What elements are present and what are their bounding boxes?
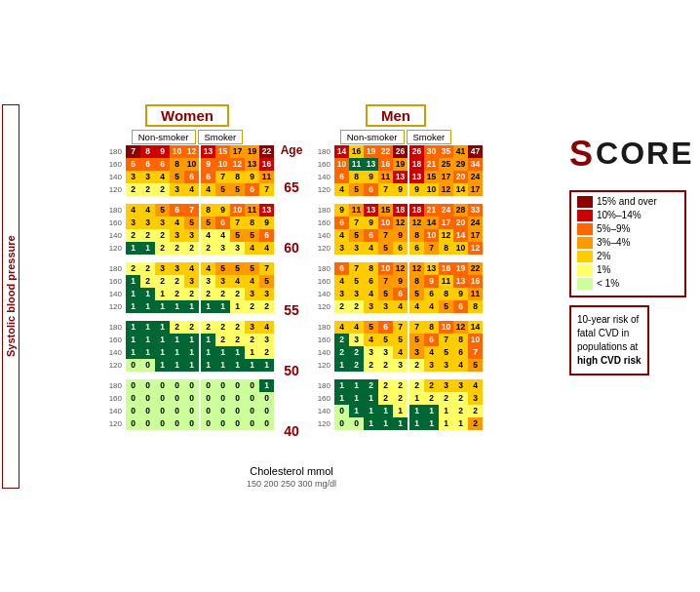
grid-cell: 4: [230, 275, 245, 288]
mini-grid: 22334122231112211112: [409, 379, 483, 430]
grid-cell: 0: [334, 405, 349, 417]
bp-label: 140: [309, 405, 332, 417]
grid-cell: 2: [155, 275, 170, 288]
grid-cell: 1: [245, 359, 259, 372]
bp-label: 180: [309, 321, 332, 334]
grid-cell: 0: [201, 417, 215, 430]
grid-cell: 8: [364, 262, 378, 275]
bp-label: 140: [100, 346, 124, 359]
grid-cell: 7: [349, 262, 364, 275]
grid-cell: 1: [378, 417, 393, 430]
grid-cell: 3: [409, 346, 424, 359]
grid-row: 23344: [201, 242, 274, 255]
grid-cell: 2: [468, 417, 483, 430]
bp-label: 120: [100, 359, 124, 372]
grid-cell: 5: [468, 359, 483, 372]
grid-cell: 3: [439, 379, 453, 392]
men-section: Men Non-smoker Smoker 180160140120141619…: [309, 104, 483, 430]
age-line: 1801601401201122211122011110011122334122…: [309, 379, 483, 430]
age-marker: 40: [280, 401, 303, 461]
grid-row: 00111: [126, 359, 199, 372]
grid-row: 23345: [409, 359, 483, 372]
grid-row: 45679: [334, 275, 408, 288]
men-nonsmoker-header: Non-smoker: [340, 130, 405, 144]
grid-cell: 6: [334, 217, 349, 229]
grid-cell: 6: [334, 171, 349, 183]
grid-cell: 14: [453, 183, 468, 196]
grid-cell: 4: [245, 242, 259, 255]
grid-cell: 6: [378, 321, 393, 334]
grid-cell: 11: [349, 204, 364, 217]
mini-grid: 00000000000000000000: [126, 379, 199, 430]
grid-cell: 3: [126, 217, 140, 229]
grid-cell: 0: [126, 392, 140, 405]
grid-cell: 2: [170, 275, 184, 288]
grid-cell: 6: [393, 288, 408, 300]
grid-cell: 2: [170, 288, 184, 300]
grids-pair: 7891012566810334562223413151719229101213…: [126, 145, 274, 196]
grid-cell: 4: [334, 183, 349, 196]
grid-cell: 3: [201, 275, 215, 288]
grid-row: 11222: [126, 242, 199, 255]
bp-label: 120: [100, 300, 124, 313]
grid-row: 22233: [126, 229, 199, 242]
grid-cell: 4: [334, 229, 349, 242]
grid-cell: 1: [126, 288, 140, 300]
grid-row: 22334: [334, 300, 408, 313]
grid-cell: 17: [439, 217, 453, 229]
grid-cell: 12: [453, 321, 468, 334]
grid-cell: 4: [184, 262, 199, 275]
grid-cell: 17: [468, 183, 483, 196]
grid-cell: 1: [184, 346, 199, 359]
grid-cell: 24: [439, 204, 453, 217]
grid-cell: 6: [424, 334, 439, 346]
grid-cell: 9: [155, 145, 170, 158]
risk-line1: 10-year risk of: [577, 314, 639, 325]
legend-color-box: [577, 237, 593, 249]
bp-label: 140: [100, 405, 124, 417]
grid-row: 11111: [126, 346, 199, 359]
grid-cell: 2: [201, 288, 215, 300]
grid-cell: 2: [201, 321, 215, 334]
grid-cell: 10: [215, 158, 230, 171]
mini-grid: 44567234552233412223: [334, 321, 408, 372]
grid-cell: 12: [393, 217, 408, 229]
grid-cell: 2: [424, 392, 439, 405]
grid-row: 01111: [334, 405, 408, 417]
grid-cell: 2: [349, 346, 364, 359]
grid-row: 33445: [201, 275, 274, 288]
bp-label: 160: [100, 392, 124, 405]
men-grids: 1801601401201416192226101113161968911134…: [309, 145, 483, 430]
women-title: Women: [145, 104, 229, 127]
grid-row: 44556: [201, 229, 274, 242]
grid-cell: 2: [468, 405, 483, 417]
grid-cell: 0: [201, 405, 215, 417]
legend-item: 15% and over: [577, 196, 679, 208]
grid-cell: 33: [468, 204, 483, 217]
bp-label: 180: [100, 145, 124, 158]
grid-cell: 8: [468, 300, 483, 313]
grid-cell: 1: [155, 359, 170, 372]
grid-cell: 3: [424, 359, 439, 372]
grid-row: 22234: [126, 183, 199, 196]
grid-cell: 2: [259, 346, 274, 359]
grid-cell: 6: [170, 204, 184, 217]
grid-cell: 1: [215, 359, 230, 372]
grid-cell: 6: [393, 242, 408, 255]
grid-cell: 1: [393, 405, 408, 417]
sections-container: Women Non-smoker Smoker 1801601401207891…: [100, 104, 483, 461]
grid-cell: 6: [155, 158, 170, 171]
bp-label: 120: [309, 359, 332, 372]
age-header: Age: [281, 143, 303, 157]
grid-cell: 1: [140, 334, 155, 346]
mini-grid: 182124283312141720248101214176781012: [409, 204, 483, 255]
grid-cell: 0: [184, 405, 199, 417]
grid-cell: 0: [170, 405, 184, 417]
age-line: 1801601401202233412223111221111145557334…: [100, 262, 274, 313]
grid-cell: 0: [140, 417, 155, 430]
legend-text: 2%: [597, 251, 610, 261]
grid-cell: 3: [259, 288, 274, 300]
grid-cell: 3: [155, 217, 170, 229]
grid-cell: 5: [245, 229, 259, 242]
grid-cell: 15: [424, 171, 439, 183]
